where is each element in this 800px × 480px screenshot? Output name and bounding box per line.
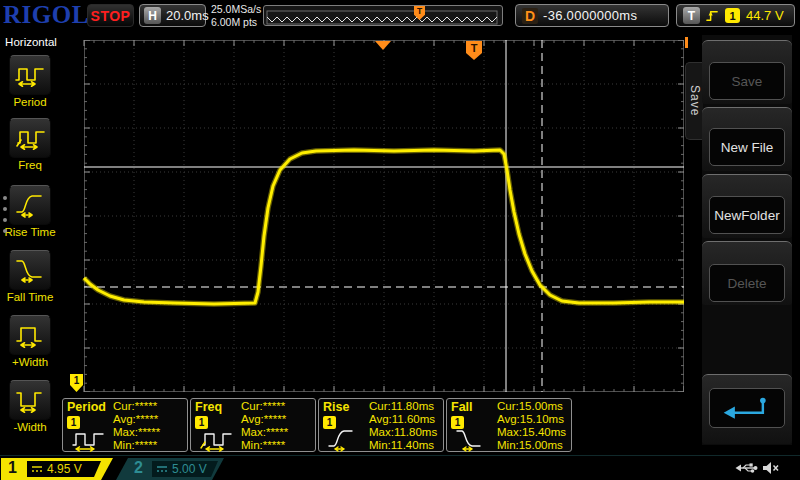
delete-button[interactable]: Delete: [709, 264, 785, 302]
channel-scale-value: 5.00 V: [172, 462, 207, 476]
new-folder-button[interactable]: NewFolder: [709, 196, 785, 234]
sidebar-item-rise-time[interactable]: Rise Time: [0, 185, 60, 238]
plus-width-icon: [15, 322, 45, 348]
left-menu-title: Horizontal: [0, 36, 62, 48]
measurement-row: Avg:11.60ms: [369, 413, 443, 426]
measurement-row: Max:11.80ms: [369, 426, 443, 439]
channel-number: 2: [134, 459, 143, 477]
channel-scale-value: 4.95 V: [47, 462, 82, 476]
sidebar-item-plus-width[interactable]: +Width: [0, 315, 60, 368]
acquisition-status: 25.0MSa/s 6.00M pts: [211, 3, 261, 29]
measurement-row: Cur:*****: [241, 400, 315, 413]
speaker-muted-icon: [761, 460, 780, 476]
sidebar-item-label: Rise Time: [4, 226, 55, 238]
channel-2-status[interactable]: 2 5.00 V: [116, 458, 224, 480]
measurement-row: Cur:11.80ms: [369, 400, 443, 413]
sidebar-item-freq[interactable]: Freq: [0, 118, 60, 171]
rise-time-icon: [15, 192, 45, 218]
menu-page-dot: [3, 218, 7, 222]
minus-width-icon: [15, 387, 45, 413]
waveform-preview-bar: T: [263, 5, 503, 26]
rising-edge-icon: [706, 8, 719, 23]
channel-2-scale: 5.00 V: [152, 461, 218, 477]
dc-coupling-icon: [31, 464, 43, 474]
fall-time-button[interactable]: [9, 250, 51, 290]
measurement-name: Freq: [195, 400, 222, 414]
measurement-row: Max:15.40ms: [497, 426, 571, 439]
sidebar-item-label: Freq: [18, 159, 42, 171]
run-state-label: STOP: [91, 8, 131, 24]
usb-icon: [734, 461, 758, 475]
svg-text:T: T: [471, 42, 478, 54]
trigger-status-box: T 1 44.7 V: [676, 4, 795, 27]
new-file-button[interactable]: New File: [709, 128, 785, 166]
trigger-level-value: 44.7 V: [746, 8, 784, 23]
delay-value: -36.0000000ms: [543, 8, 637, 23]
measurement-row: Max:*****: [113, 426, 187, 439]
plus-width-button[interactable]: [9, 315, 51, 355]
channel-1-status[interactable]: 1 4.95 V: [1, 458, 113, 480]
measurement-name: Rise: [323, 400, 349, 414]
menu-page-dot: [3, 207, 7, 211]
horizontal-status-box: H 20.0ms: [139, 4, 206, 27]
freq-icon: [199, 428, 235, 452]
measurement-row: Min:11.40ms: [369, 439, 443, 452]
rise-time-icon: [327, 428, 363, 452]
measurement-name: Period: [67, 400, 106, 414]
waveform-display: T1: [68, 40, 684, 392]
return-arrow-icon: [719, 394, 775, 422]
measurement-row: Avg:15.10ms: [497, 413, 571, 426]
measurement-row: Avg:*****: [241, 413, 315, 426]
period-button[interactable]: [9, 55, 51, 95]
sidebar-item-label: Fall Time: [7, 291, 54, 303]
trigger-channel-badge: 1: [725, 8, 740, 23]
sample-rate: 25.0MSa/s: [211, 3, 261, 16]
svg-text:1: 1: [74, 375, 80, 386]
run-state-indicator: STOP: [87, 4, 134, 27]
sidebar-item-label: Period: [13, 96, 46, 108]
measurement-panel-fall[interactable]: Fall 1 Cur:15.00ms Avg:15.10ms Max:15.40…: [446, 398, 572, 452]
back-button[interactable]: [709, 388, 785, 428]
freq-icon: [15, 125, 45, 151]
channel-status-bar: 1 4.95 V 2 5.00 V: [0, 455, 800, 480]
measurement-row: Min:*****: [113, 439, 187, 452]
minus-width-button[interactable]: [9, 380, 51, 420]
measurement-panel-freq[interactable]: Freq 1 Cur:***** Avg:***** Max:***** Min…: [190, 398, 316, 452]
dc-coupling-icon: [156, 464, 168, 474]
freq-button[interactable]: [9, 118, 51, 158]
horizontal-badge: H: [144, 7, 161, 24]
sidebar-item-label: +Width: [12, 356, 48, 368]
measurement-name: Fall: [451, 400, 473, 414]
sidebar-item-fall-time[interactable]: Fall Time: [0, 250, 60, 303]
period-icon: [71, 428, 107, 452]
delay-status-box: D -36.0000000ms: [515, 4, 669, 27]
measurement-row: Cur:*****: [113, 400, 187, 413]
fall-time-icon: [455, 428, 491, 452]
menu-tab-save: Save: [685, 62, 703, 140]
rigol-logo: RIGOL: [3, 1, 89, 29]
sidebar-item-period[interactable]: Period: [0, 55, 60, 108]
channel-number: 1: [8, 459, 17, 477]
menu-indicator-tick: [685, 37, 688, 48]
measurement-panel-period[interactable]: Period 1 Cur:***** Avg:***** Max:***** M…: [62, 398, 188, 452]
measurement-row: Min:15.00ms: [497, 439, 571, 452]
period-icon: [15, 62, 45, 88]
measurement-panel-rise[interactable]: Rise 1 Cur:11.80ms Avg:11.60ms Max:11.80…: [318, 398, 444, 452]
channel-1-scale: 4.95 V: [27, 461, 101, 477]
measurement-row: Cur:15.00ms: [497, 400, 571, 413]
oscilloscope-screen: RIGOL STOP H 20.0ms 25.0MSa/s 6.00M pts …: [0, 0, 800, 480]
fall-time-icon: [15, 257, 45, 283]
timebase-value: 20.0ms: [166, 8, 209, 23]
sidebar-item-minus-width[interactable]: -Width: [0, 380, 60, 433]
sidebar-item-label: -Width: [13, 421, 46, 433]
memory-depth: 6.00M pts: [211, 16, 261, 29]
delay-badge: D: [522, 8, 538, 24]
waveform-preview-trace: [265, 6, 501, 25]
rise-time-button[interactable]: [9, 185, 51, 225]
trigger-badge: T: [683, 7, 700, 24]
save-button[interactable]: Save: [709, 62, 785, 100]
measurement-row: Min:*****: [241, 439, 315, 452]
measurement-row: Avg:*****: [113, 413, 187, 426]
menu-page-dot: [3, 196, 7, 200]
measurement-row: Max:*****: [241, 426, 315, 439]
